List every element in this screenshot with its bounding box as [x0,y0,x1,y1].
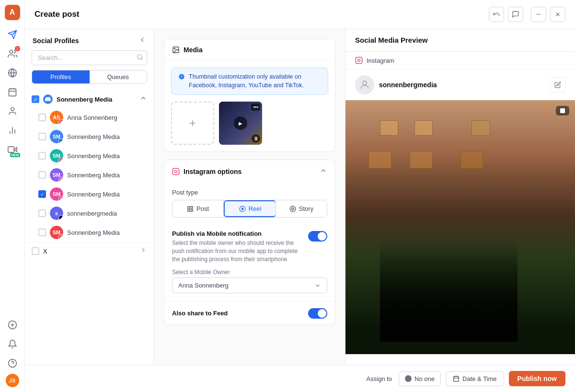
profile-checkbox-1[interactable] [38,114,46,121]
ig-collapse-icon[interactable] [320,167,327,176]
toggle-knob [318,232,326,241]
x-group[interactable]: X [25,242,154,260]
x-expand-icon[interactable] [139,246,147,256]
modal-body: Social Profiles Profiles Queues [25,29,575,365]
svg-rect-30 [172,168,179,174]
app-logo: A [5,5,20,20]
profiles-header: Social Profiles [25,29,154,50]
tab-profiles[interactable]: Profiles [32,70,90,83]
instagram-badge-1: ▣ [58,119,63,124]
date-time-button[interactable]: Date & Time [446,371,504,386]
profile-checkbox-3[interactable] [38,152,46,160]
comment-button[interactable] [508,7,523,22]
ig-section-header[interactable]: Instagram options [164,160,335,183]
profiles-section-title: Social Profiles [33,37,79,45]
undo-button[interactable] [489,7,504,22]
nav-help-icon[interactable] [4,355,21,372]
media-play-icon[interactable]: ▶ [234,116,247,130]
nav-users-icon[interactable]: 2 [4,45,21,62]
svg-rect-35 [191,209,193,211]
profiles-tabs: Profiles Queues [32,70,147,84]
nav-video-icon[interactable]: NEW [4,141,21,158]
preview-image [345,100,575,354]
media-section: Media Thumbnail customization only avail… [164,39,335,152]
main-content: Media Thumbnail customization only avail… [154,29,345,365]
media-delete-icon[interactable]: 🗑 [252,134,260,143]
profile-checkbox-6[interactable] [38,209,46,217]
nav-globe-icon[interactable] [4,64,21,81]
linkedin-badge-2: in [58,138,63,143]
publish-now-button[interactable]: Publish now [509,371,565,386]
x-checkbox[interactable] [32,247,39,255]
preview-edit-button[interactable] [550,77,565,92]
preview-avatar [355,75,374,94]
profiles-collapse-button[interactable] [138,36,146,46]
ig-section-left: Instagram options [172,168,242,175]
media-menu-icon[interactable]: ••• [251,104,260,111]
assign-to-button[interactable]: No one [399,371,441,386]
list-item[interactable]: SM in Sonnenberg Media [25,127,154,146]
media-icon [172,46,180,54]
post-type-story-button[interactable]: Story [276,200,327,217]
svg-rect-43 [560,108,565,113]
search-icon[interactable] [137,54,143,62]
list-item[interactable]: SM ▣ Sonnenberg Media [25,146,154,165]
list-item[interactable]: SM ▣ Sonnenberg Media [25,165,154,184]
media-thumbnail[interactable]: ▶ ••• 🗑 [219,102,262,145]
mobile-notification-toggle[interactable] [308,231,327,242]
post-type-post-button[interactable]: Post [172,200,224,217]
svg-point-2 [10,50,13,54]
post-type-reel-button[interactable]: Reel [224,200,276,217]
list-item[interactable]: ✓ SM ▣ Sonnenberg Media [25,184,154,204]
mobile-notification-desc: Select the mobile owner who should recei… [172,239,300,263]
preview-header: Social Media Preview [345,29,575,52]
list-item[interactable]: SM ▣ Sonnenberg Media [25,223,154,242]
date-time-label: Date & Time [462,375,497,382]
profile-name-5: Sonnenberg Media [67,191,120,198]
modal-header: Create post [25,0,575,29]
info-banner: Thumbnail customization only available o… [171,68,328,95]
minimize-button[interactable] [531,7,546,22]
tab-queues[interactable]: Queues [90,70,147,83]
profile-checkbox-2[interactable] [38,133,46,140]
nav-bell-icon[interactable] [4,335,21,353]
svg-line-24 [141,58,143,59]
modal-title: Create post [34,10,483,19]
tiktok-badge-6: ♪ [58,215,63,220]
profile-checkbox-5[interactable]: ✓ [38,190,46,198]
also-share-toggle[interactable] [308,308,327,319]
nav-calendar-icon[interactable] [4,83,21,101]
video-reel-badge [556,106,569,115]
close-button[interactable] [550,7,565,22]
list-item[interactable]: AS ▣ Anna Sonnenberg [25,108,154,127]
profile-checkbox-4[interactable] [38,171,46,179]
profile-avatar-5: SM ▣ [50,187,63,201]
preview-username: sonnenbergmedia [379,81,437,89]
profile-checkbox-7[interactable] [38,229,46,236]
mobile-owner-select[interactable]: Anna Sonnenberg [172,277,327,293]
nav-add-icon[interactable] [4,316,21,334]
list-item[interactable]: s ♪ sonnenbergmedia [25,204,154,223]
profile-avatar-4: SM ▣ [50,168,63,182]
user-avatar[interactable]: JS [6,374,19,387]
nav-people-icon[interactable] [4,103,21,120]
svg-point-39 [291,208,294,210]
group-chevron-icon[interactable] [139,94,147,104]
profile-name-3: Sonnenberg Media [67,152,120,160]
svg-marker-37 [242,208,243,210]
preview-instagram-icon [355,57,363,64]
nav-chart-icon[interactable] [4,122,21,139]
media-row: + ▶ ••• 🗑 [164,102,335,151]
modal-header-actions [489,7,565,22]
instagram-badge-3: ▣ [58,158,63,162]
svg-rect-49 [454,376,459,381]
group-header[interactable]: ✓ Sonnenberg Media [25,91,154,108]
media-add-button[interactable]: + [171,102,214,145]
search-input[interactable] [32,50,147,65]
no-one-label: No one [414,375,435,382]
group-checkbox[interactable]: ✓ [32,95,39,103]
preview-platform-name: Instagram [367,57,394,64]
selected-owner: Anna Sonnenberg [178,282,229,289]
nav-send-icon[interactable] [4,26,21,43]
profile-name-7: Sonnenberg Media [67,229,120,236]
